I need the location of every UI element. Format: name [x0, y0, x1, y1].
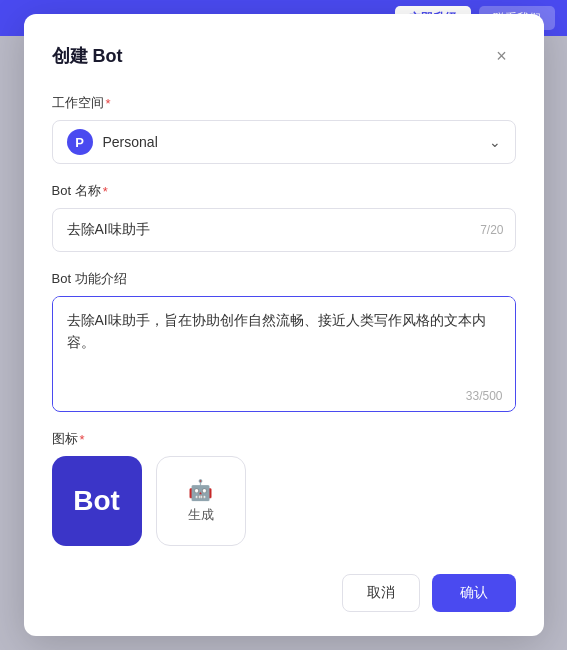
- workspace-field: 工作空间 * P Personal ⌄: [52, 94, 516, 164]
- bot-name-field: Bot 名称 * 7/20: [52, 182, 516, 252]
- modal-title: 创建 Bot: [52, 44, 123, 68]
- modal-overlay: 立即升级 联系我们 创建 Bot × 工作空间 * P Personal ⌄: [0, 0, 567, 650]
- modal-footer: 取消 确认: [52, 570, 516, 612]
- bot-description-field: Bot 功能介绍 去除AI味助手，旨在协助创作自然流畅、接近人类写作风格的文本内…: [52, 270, 516, 412]
- cancel-button[interactable]: 取消: [342, 574, 420, 612]
- workspace-avatar: P: [67, 129, 93, 155]
- icon-label: 图标 *: [52, 430, 516, 448]
- bot-name-char-count: 7/20: [480, 223, 503, 237]
- bot-description-textarea-wrapper: 去除AI味助手，旨在协助创作自然流畅、接近人类写作风格的文本内容。 33/500: [52, 296, 516, 412]
- bot-name-input[interactable]: [52, 208, 516, 252]
- bot-name-label: Bot 名称 *: [52, 182, 516, 200]
- close-button[interactable]: ×: [488, 42, 516, 70]
- icon-section: 图标 * Bot 🤖 生成: [52, 430, 516, 546]
- chevron-down-icon: ⌄: [489, 134, 501, 150]
- icon-generate-label: 生成: [188, 506, 214, 524]
- icon-required-star: *: [80, 432, 85, 447]
- workspace-required-star: *: [106, 96, 111, 111]
- bot-name-required-star: *: [103, 184, 108, 199]
- create-bot-modal: 创建 Bot × 工作空间 * P Personal ⌄ Bot 名称 *: [24, 14, 544, 636]
- modal-header: 创建 Bot ×: [52, 42, 516, 70]
- workspace-name: Personal: [103, 134, 158, 150]
- bot-description-label: Bot 功能介绍: [52, 270, 516, 288]
- workspace-label: 工作空间 *: [52, 94, 516, 112]
- icon-generate-button[interactable]: 🤖 生成: [156, 456, 246, 546]
- bot-description-char-count: 33/500: [466, 389, 503, 403]
- workspace-select-left: P Personal: [67, 129, 158, 155]
- icon-selected-preview[interactable]: Bot: [52, 456, 142, 546]
- icon-options: Bot 🤖 生成: [52, 456, 516, 546]
- workspace-select[interactable]: P Personal ⌄: [52, 120, 516, 164]
- bot-description-input[interactable]: 去除AI味助手，旨在协助创作自然流畅、接近人类写作风格的文本内容。: [53, 297, 515, 407]
- confirm-button[interactable]: 确认: [432, 574, 516, 612]
- ai-generate-icon: 🤖: [188, 478, 213, 502]
- bot-name-input-wrapper: 7/20: [52, 208, 516, 252]
